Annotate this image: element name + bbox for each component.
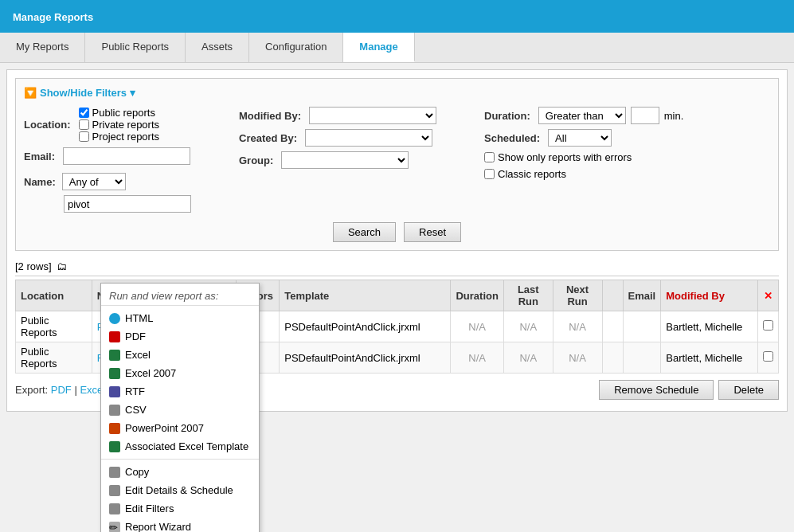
table-options-icon[interactable]: 🗂 [57,260,67,272]
location-project-label: Project reports [92,131,160,143]
row2-modifiedby: Bartlett, Michelle [661,342,758,374]
created-by-label: Created By: [239,132,297,144]
classic-reports-checkbox[interactable] [484,169,495,179]
row-count: [2 rows] [15,260,52,272]
location-private: Private reports [79,119,160,131]
row2-duration: N/A [451,342,503,374]
created-by-select[interactable] [305,129,432,147]
excel2007-icon [109,368,120,379]
filter-section: 🔽 Show/Hide Filters ▾ Location: Public r… [15,78,779,251]
tab-manage[interactable]: Manage [343,33,414,62]
context-menu-item-csv[interactable]: CSV [101,401,259,418]
location-private-label: Private reports [92,119,160,131]
row1-checkbox[interactable] [763,320,773,331]
context-menu-item-excel2007[interactable]: Excel 2007 [101,364,259,382]
location-project-checkbox[interactable] [79,131,89,142]
action-bar: Remove Schedule Delete [599,377,779,403]
email-row: Email: [24,147,191,165]
scheduled-row: Scheduled: All Yes No [484,129,683,147]
name-select[interactable]: Any of All of None of [62,173,126,190]
email-input[interactable] [63,147,190,165]
row2-lastrun: N/A [503,342,553,374]
tab-public-reports[interactable]: Public Reports [85,33,186,62]
reset-button[interactable]: Reset [404,222,461,242]
row1-delete [757,311,778,342]
context-menu-item-html[interactable]: HTML [101,309,259,327]
row1-schedicon [602,311,623,342]
export-pdf-link[interactable]: PDF [51,384,72,396]
html-icon [109,313,120,324]
context-menu-item-pdf[interactable]: PDF [101,327,259,346]
group-label: Group: [239,155,273,166]
excel-icon [109,350,120,361]
location-private-checkbox[interactable] [79,119,89,130]
context-menu-header: Run and view report as: [101,287,259,306]
row2-checkbox[interactable] [763,351,773,362]
tab-my-reports[interactable]: My Reports [0,33,85,62]
name-row: Name: Any of All of None of [24,173,191,190]
duration-select[interactable]: Greater than Less than Equal to [538,107,626,124]
filter-col-right: Duration: Greater than Less than Equal t… [484,107,683,180]
col-header-template: Template [280,280,451,311]
row1-duration: N/A [451,311,503,342]
group-select[interactable] [281,151,409,169]
row1-modifiedby: Bartlett, Michelle [661,311,758,342]
show-hide-filters-toggle[interactable]: 🔽 Show/Hide Filters ▾ [24,87,770,99]
row2-delete [757,342,778,374]
modified-by-label: Modified By: [239,110,301,122]
filter-col-middle: Modified By: Created By: Group: [239,107,436,169]
tab-assets[interactable]: Assets [186,33,249,62]
page-title: Manage Reports [13,11,93,23]
show-hide-label: Show/Hide Filters ▾ [40,87,135,99]
context-menu-html-label: HTML [125,312,153,324]
row2-template: PSDefaultPointAndClick.jrxml [280,342,451,374]
results-header: [2 rows] 🗂 [15,257,779,276]
search-button[interactable]: Search [333,222,396,242]
show-errors-checkbox[interactable] [484,152,495,162]
row1-lastrun: N/A [503,311,553,342]
duration-min-label: min. [664,110,684,122]
created-by-row: Created By: [239,129,436,147]
show-errors-row: Show only reports with errors [484,151,683,163]
location-label: Location: [24,119,71,131]
location-row: Location: Public reports Private reports [24,107,191,143]
export-label: Export: [15,384,48,396]
row2-nextrun: N/A [553,342,602,374]
tab-configuration[interactable]: Configuration [249,33,343,62]
name-input[interactable] [64,195,191,213]
classic-reports-row: Classic reports [484,168,683,180]
duration-label: Duration: [484,110,530,122]
remove-schedule-button[interactable]: Remove Schedule [599,380,714,400]
context-menu-rtf-label: RTF [125,385,145,397]
col-header-schedicon [602,280,623,311]
row1-template: PSDefaultPointAndClick.jrxml [280,311,451,342]
name-input-row [64,195,191,213]
context-menu-item-rtf[interactable]: RTF [101,382,259,401]
col-header-modifiedby: Modified By [661,280,758,311]
filter-row: Location: Public reports Private reports [24,107,770,213]
context-menu-item-excel[interactable]: Excel [101,346,259,364]
duration-input[interactable] [631,107,659,124]
modified-by-select[interactable] [309,107,436,124]
location-options: Public reports Private reports Project r… [79,107,160,143]
row2-email [623,342,661,374]
col-header-del: ✕ [757,280,778,311]
context-menu-csv-label: CSV [125,404,147,416]
pdf-icon [109,331,120,342]
row1-email [623,311,661,342]
classic-reports-label: Classic reports [498,168,566,180]
title-bar: Manage Reports [0,0,794,33]
delete-button[interactable]: Delete [718,380,779,400]
show-errors-label: Show only reports with errors [498,151,632,163]
row1-nextrun: N/A [553,311,602,342]
export-bar: Export: PDF | Excel [15,381,105,399]
col-header-nextrun: Next Run [553,280,602,311]
location-public: Public reports [79,107,160,119]
scheduled-select[interactable]: All Yes No [548,129,612,147]
location-public-label: Public reports [92,107,155,119]
tab-bar: My Reports Public Reports Assets Configu… [0,33,794,63]
location-public-checkbox[interactable] [79,108,89,118]
filter-icon: 🔽 [24,87,37,99]
context-menu: Run and view report as: HTML PDF Excel E… [100,283,260,418]
col-header-location: Location [16,280,92,311]
